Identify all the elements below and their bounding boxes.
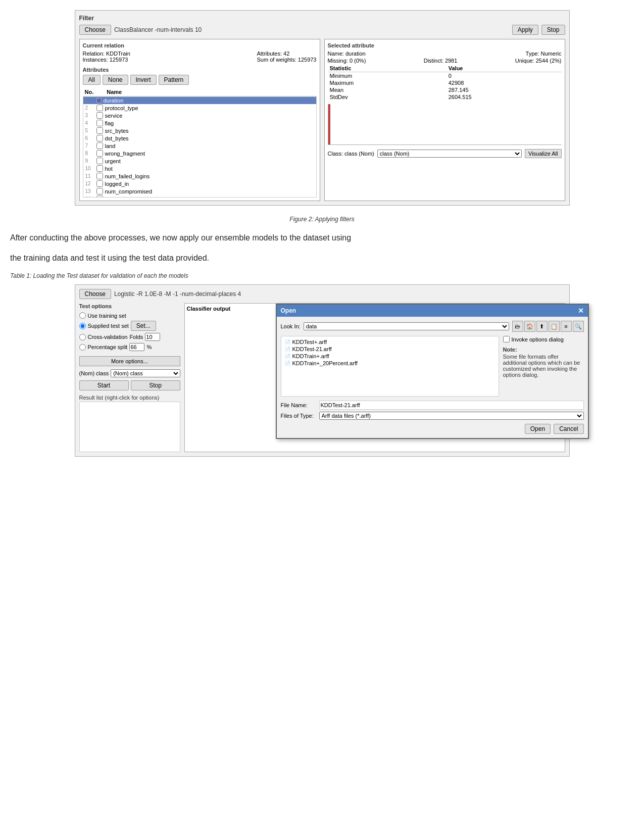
nom-class-select[interactable]: (Nom) class <box>111 369 180 377</box>
filetype-select[interactable]: Arff data files (*.arff) <box>319 412 584 420</box>
toolbar-icon-home[interactable]: 🏠 <box>524 321 535 332</box>
attr-list[interactable]: 1 duration 2 protocol_type 3 service 4 <box>83 96 317 198</box>
stat-col-header: Statistic <box>328 65 447 72</box>
stop-button-filter[interactable]: Stop <box>541 25 565 35</box>
attr-check-5[interactable] <box>96 127 103 134</box>
toolbar-icon-search[interactable]: 🔍 <box>573 321 584 332</box>
test-choose-button[interactable]: Choose <box>79 289 111 299</box>
dialog-cancel-button[interactable]: Cancel <box>554 424 583 434</box>
attr-check-2[interactable] <box>96 105 103 111</box>
dialog-left: 📄 KDDTest+.arff 📄 KDDTest-21.arff 📄 KDD <box>281 336 499 401</box>
use-training-set-label: Use training set <box>88 313 126 319</box>
attr-num-5: 5 <box>85 128 94 133</box>
note-box: Note: Some file formats offer additional… <box>503 347 584 378</box>
use-training-set-radio[interactable] <box>79 312 86 319</box>
file-list[interactable]: 📄 KDDTest+.arff 📄 KDDTest-21.arff 📄 KDD <box>281 336 499 397</box>
attr-num-1: 1 <box>85 98 94 104</box>
percentage-input[interactable] <box>129 343 144 351</box>
file-item-2[interactable]: 📄 KDDTest-21.arff <box>283 346 497 353</box>
attr-item-7[interactable]: 7 land <box>83 142 316 150</box>
toolbar-icon-copy[interactable]: 📋 <box>549 321 560 332</box>
attr-name-9: urgent <box>105 158 121 164</box>
folds-label: Folds <box>129 334 143 340</box>
chart-bar <box>328 104 330 144</box>
attr-item-8[interactable]: 8 wrong_fragment <box>83 150 316 157</box>
more-options-button[interactable]: More options... <box>79 356 180 366</box>
attr-item-2[interactable]: 2 protocol_type <box>83 104 316 112</box>
toolbar-icon-list[interactable]: ≡ <box>561 321 572 332</box>
attr-item-11[interactable]: 11 num_failed_logins <box>83 172 316 180</box>
invert-button[interactable]: Invert <box>130 75 157 85</box>
attr-item-3[interactable]: 3 service <box>83 112 316 119</box>
dialog-title: Open <box>281 307 296 314</box>
attr-item-4[interactable]: 4 flag <box>83 119 316 127</box>
set-button[interactable]: Set... <box>131 321 156 331</box>
attr-num-6: 6 <box>85 135 94 141</box>
attr-num-7: 7 <box>85 143 94 149</box>
attr-item-13[interactable]: 13 num_compromised <box>83 187 316 195</box>
test-classifier-text: Logistic -R 1.0E-8 -M -1 -num-decimal-pl… <box>114 290 565 298</box>
visualize-all-button[interactable]: Visualize All <box>525 149 562 158</box>
file-icon-2: 📄 <box>284 347 290 352</box>
attr-name-7: land <box>105 143 116 149</box>
attr-check-8[interactable] <box>96 150 103 157</box>
test-panel: Choose Logistic -R 1.0E-8 -M -1 -num-dec… <box>75 284 570 457</box>
filetype-row: Files of Type: Arff data files (*.arff) <box>281 412 584 420</box>
class-select[interactable]: class (Nom) <box>377 150 522 158</box>
classifier-output: Classifier output Open ✕ Look In: data 🗁 <box>184 303 565 452</box>
test-body: Test options Use training set Supplied t… <box>79 303 565 452</box>
attr-check-9[interactable] <box>96 158 103 164</box>
filter-body: Current relation Relation: KDDTrain Inst… <box>79 39 565 201</box>
toolbar-icon-folder[interactable]: 🗁 <box>512 321 523 332</box>
col-name: Name <box>107 89 122 95</box>
invoke-checkbox[interactable] <box>503 336 510 342</box>
attr-item-6[interactable]: 6 dst_bytes <box>83 134 316 142</box>
start-button[interactable]: Start <box>79 380 129 390</box>
file-item-1[interactable]: 📄 KDDTest+.arff <box>283 338 497 346</box>
attr-check-14[interactable] <box>96 195 103 198</box>
stat-label-mean: Mean <box>328 86 447 93</box>
attr-check-12[interactable] <box>96 180 103 187</box>
folds-input[interactable] <box>145 333 160 341</box>
all-button[interactable]: All <box>83 75 101 85</box>
attr-item-12[interactable]: 12 logged_in <box>83 180 316 187</box>
stat-row-mean: Mean 287.145 <box>328 86 562 93</box>
attr-item-9[interactable]: 9 urgent <box>83 157 316 165</box>
attr-item-1[interactable]: 1 duration <box>83 97 316 104</box>
dialog-close-button[interactable]: ✕ <box>578 307 584 315</box>
attr-check-4[interactable] <box>96 120 103 126</box>
attr-check-7[interactable] <box>96 142 103 149</box>
attr-name-4: flag <box>105 120 114 126</box>
attr-distinct-display: Distinct: 2981 <box>424 58 458 64</box>
attr-num-9: 9 <box>85 158 94 164</box>
attr-item-10[interactable]: 10 hot <box>83 165 316 172</box>
attr-buttons: All None Invert Pattern <box>83 75 317 85</box>
file-item-3[interactable]: 📄 KDDTrain+.arff <box>283 353 497 360</box>
invoke-label: Invoke options dialog <box>512 336 564 342</box>
cross-validation-radio[interactable] <box>79 334 86 340</box>
attr-item-14[interactable]: 14 root_shell <box>83 195 316 198</box>
toolbar-icon-up[interactable]: ⬆ <box>536 321 548 332</box>
result-list[interactable] <box>79 402 180 452</box>
attr-check-13[interactable] <box>96 188 103 194</box>
filename-input[interactable] <box>319 401 584 410</box>
selected-attr-name-row: Name: duration Type: Numeric <box>328 51 562 57</box>
stop-button[interactable]: Stop <box>131 380 180 390</box>
attr-item-5[interactable]: 5 src_bytes <box>83 127 316 134</box>
attr-check-10[interactable] <box>96 165 103 172</box>
attr-check-11[interactable] <box>96 173 103 179</box>
dialog-open-button[interactable]: Open <box>525 424 551 434</box>
lookin-select[interactable]: data <box>304 322 509 330</box>
attr-check-6[interactable] <box>96 135 103 141</box>
attr-name-6: dst_bytes <box>105 135 129 141</box>
percentage-split-radio[interactable] <box>79 344 86 351</box>
attr-check-3[interactable] <box>96 112 103 119</box>
apply-button[interactable]: Apply <box>512 25 538 35</box>
result-title: Result list (right-click for options) <box>79 395 180 401</box>
stat-table: Statistic Value Minimum 0 Maximum 42908 … <box>328 65 562 101</box>
file-item-4[interactable]: 📄 KDDTrain+_20Percent.arff <box>283 360 497 367</box>
supplied-test-set-radio[interactable] <box>79 323 86 329</box>
none-button[interactable]: None <box>103 75 128 85</box>
pattern-button[interactable]: Pattern <box>159 75 189 85</box>
choose-button[interactable]: Choose <box>79 25 111 35</box>
